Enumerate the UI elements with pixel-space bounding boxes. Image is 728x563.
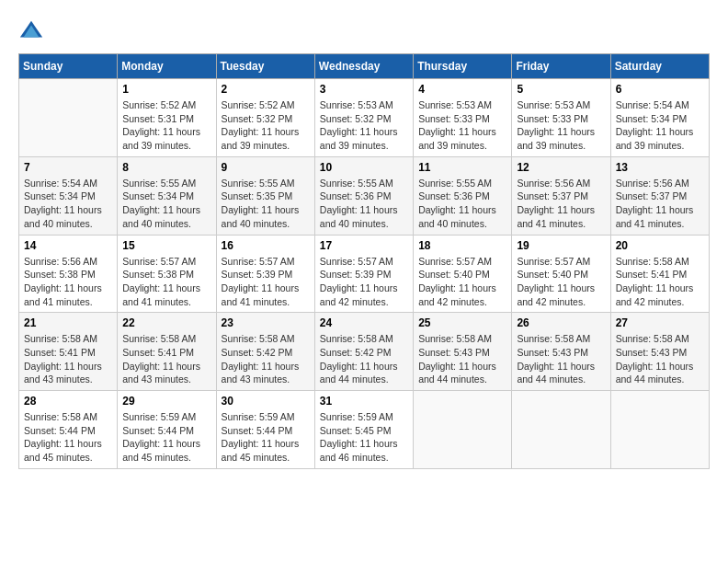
weekday-header-friday: Friday — [512, 54, 610, 79]
day-number: 26 — [517, 316, 605, 329]
day-info: Sunrise: 5:52 AM Sunset: 5:31 PM Dayligh… — [122, 98, 210, 153]
day-info: Sunrise: 5:58 AM Sunset: 5:41 PM Dayligh… — [122, 332, 210, 386]
weekday-header-tuesday: Tuesday — [216, 54, 314, 79]
calendar-cell: 1Sunrise: 5:52 AM Sunset: 5:31 PM Daylig… — [118, 79, 216, 157]
calendar-cell: 11Sunrise: 5:55 AM Sunset: 5:36 PM Dayli… — [414, 156, 512, 235]
calendar-cell: 30Sunrise: 5:59 AM Sunset: 5:44 PM Dayli… — [216, 391, 314, 469]
day-number: 3 — [320, 83, 408, 96]
day-number: 31 — [320, 395, 408, 408]
day-number: 16 — [222, 239, 310, 252]
day-info: Sunrise: 5:57 AM Sunset: 5:40 PM Dayligh… — [418, 255, 506, 309]
calendar-cell: 23Sunrise: 5:58 AM Sunset: 5:42 PM Dayli… — [216, 313, 314, 391]
day-info: Sunrise: 5:58 AM Sunset: 5:41 PM Dayligh… — [24, 332, 112, 386]
calendar-cell: 14Sunrise: 5:56 AM Sunset: 5:38 PM Dayli… — [19, 235, 118, 313]
day-number: 29 — [122, 395, 210, 408]
calendar-cell: 20Sunrise: 5:58 AM Sunset: 5:41 PM Dayli… — [610, 235, 709, 313]
calendar-cell: 25Sunrise: 5:58 AM Sunset: 5:43 PM Dayli… — [414, 313, 512, 391]
day-info: Sunrise: 5:52 AM Sunset: 5:32 PM Dayligh… — [222, 98, 310, 153]
day-number: 20 — [616, 239, 704, 252]
calendar-cell: 29Sunrise: 5:59 AM Sunset: 5:44 PM Dayli… — [118, 391, 216, 469]
weekday-header-row: SundayMondayTuesdayWednesdayThursdayFrid… — [19, 54, 710, 79]
day-info: Sunrise: 5:55 AM Sunset: 5:34 PM Dayligh… — [122, 177, 210, 231]
day-number: 6 — [616, 83, 704, 96]
week-row-3: 14Sunrise: 5:56 AM Sunset: 5:38 PM Dayli… — [19, 235, 710, 313]
week-row-4: 21Sunrise: 5:58 AM Sunset: 5:41 PM Dayli… — [19, 313, 710, 391]
week-row-2: 7Sunrise: 5:54 AM Sunset: 5:34 PM Daylig… — [19, 156, 710, 235]
day-number: 23 — [222, 316, 310, 329]
day-info: Sunrise: 5:58 AM Sunset: 5:43 PM Dayligh… — [517, 332, 605, 386]
day-number: 25 — [418, 316, 506, 329]
calendar-cell: 13Sunrise: 5:56 AM Sunset: 5:37 PM Dayli… — [610, 156, 709, 235]
day-info: Sunrise: 5:58 AM Sunset: 5:43 PM Dayligh… — [418, 332, 506, 386]
day-number: 14 — [24, 239, 112, 252]
day-number: 27 — [616, 316, 704, 329]
day-info: Sunrise: 5:53 AM Sunset: 5:32 PM Dayligh… — [320, 98, 408, 153]
weekday-header-sunday: Sunday — [19, 54, 118, 79]
calendar-cell: 28Sunrise: 5:58 AM Sunset: 5:44 PM Dayli… — [19, 391, 118, 469]
weekday-header-wednesday: Wednesday — [314, 54, 413, 79]
day-info: Sunrise: 5:53 AM Sunset: 5:33 PM Dayligh… — [418, 98, 506, 153]
day-number: 17 — [320, 239, 408, 252]
day-number: 2 — [222, 83, 310, 96]
calendar-cell: 18Sunrise: 5:57 AM Sunset: 5:40 PM Dayli… — [414, 235, 512, 313]
day-number: 22 — [122, 316, 210, 329]
logo — [18, 18, 48, 44]
week-row-1: 1Sunrise: 5:52 AM Sunset: 5:31 PM Daylig… — [19, 79, 710, 157]
day-info: Sunrise: 5:55 AM Sunset: 5:36 PM Dayligh… — [418, 177, 506, 231]
day-info: Sunrise: 5:53 AM Sunset: 5:33 PM Dayligh… — [517, 98, 605, 153]
calendar-cell: 2Sunrise: 5:52 AM Sunset: 5:32 PM Daylig… — [216, 79, 314, 157]
calendar-cell: 17Sunrise: 5:57 AM Sunset: 5:39 PM Dayli… — [314, 235, 413, 313]
day-number: 11 — [418, 161, 506, 174]
calendar-cell: 16Sunrise: 5:57 AM Sunset: 5:39 PM Dayli… — [216, 235, 314, 313]
day-info: Sunrise: 5:56 AM Sunset: 5:37 PM Dayligh… — [517, 177, 605, 231]
week-row-5: 28Sunrise: 5:58 AM Sunset: 5:44 PM Dayli… — [19, 391, 710, 469]
day-number: 8 — [122, 161, 210, 174]
day-info: Sunrise: 5:58 AM Sunset: 5:42 PM Dayligh… — [222, 332, 310, 386]
calendar-cell: 24Sunrise: 5:58 AM Sunset: 5:42 PM Dayli… — [314, 313, 413, 391]
calendar-cell — [610, 391, 709, 469]
day-info: Sunrise: 5:59 AM Sunset: 5:45 PM Dayligh… — [320, 410, 408, 465]
calendar-cell: 9Sunrise: 5:55 AM Sunset: 5:35 PM Daylig… — [216, 156, 314, 235]
page-header — [18, 18, 710, 44]
day-info: Sunrise: 5:58 AM Sunset: 5:44 PM Dayligh… — [24, 410, 112, 465]
day-info: Sunrise: 5:57 AM Sunset: 5:40 PM Dayligh… — [517, 255, 605, 309]
day-number: 10 — [320, 161, 408, 174]
weekday-header-monday: Monday — [118, 54, 216, 79]
calendar-cell: 5Sunrise: 5:53 AM Sunset: 5:33 PM Daylig… — [512, 79, 610, 157]
day-number: 4 — [418, 83, 506, 96]
calendar-cell — [414, 391, 512, 469]
day-number: 30 — [222, 395, 310, 408]
day-number: 18 — [418, 239, 506, 252]
calendar-cell — [512, 391, 610, 469]
calendar-cell: 3Sunrise: 5:53 AM Sunset: 5:32 PM Daylig… — [314, 79, 413, 157]
day-number: 28 — [24, 395, 112, 408]
day-number: 9 — [222, 161, 310, 174]
day-info: Sunrise: 5:57 AM Sunset: 5:39 PM Dayligh… — [222, 255, 310, 309]
day-number: 1 — [122, 83, 210, 96]
day-info: Sunrise: 5:57 AM Sunset: 5:39 PM Dayligh… — [320, 255, 408, 309]
day-info: Sunrise: 5:58 AM Sunset: 5:43 PM Dayligh… — [616, 332, 704, 386]
day-info: Sunrise: 5:59 AM Sunset: 5:44 PM Dayligh… — [222, 410, 310, 465]
calendar-cell: 27Sunrise: 5:58 AM Sunset: 5:43 PM Dayli… — [610, 313, 709, 391]
calendar-cell: 21Sunrise: 5:58 AM Sunset: 5:41 PM Dayli… — [19, 313, 118, 391]
day-info: Sunrise: 5:55 AM Sunset: 5:35 PM Dayligh… — [222, 177, 310, 231]
calendar-cell: 8Sunrise: 5:55 AM Sunset: 5:34 PM Daylig… — [118, 156, 216, 235]
calendar-cell: 15Sunrise: 5:57 AM Sunset: 5:38 PM Dayli… — [118, 235, 216, 313]
calendar-cell: 31Sunrise: 5:59 AM Sunset: 5:45 PM Dayli… — [314, 391, 413, 469]
calendar-cell: 22Sunrise: 5:58 AM Sunset: 5:41 PM Dayli… — [118, 313, 216, 391]
day-number: 12 — [517, 161, 605, 174]
day-info: Sunrise: 5:58 AM Sunset: 5:42 PM Dayligh… — [320, 332, 408, 386]
calendar-cell: 7Sunrise: 5:54 AM Sunset: 5:34 PM Daylig… — [19, 156, 118, 235]
logo-icon — [18, 18, 44, 44]
calendar-cell: 6Sunrise: 5:54 AM Sunset: 5:34 PM Daylig… — [610, 79, 709, 157]
day-number: 5 — [517, 83, 605, 96]
day-number: 7 — [24, 161, 112, 174]
calendar-table: SundayMondayTuesdayWednesdayThursdayFrid… — [18, 53, 710, 469]
day-info: Sunrise: 5:56 AM Sunset: 5:37 PM Dayligh… — [616, 177, 704, 231]
calendar-cell: 4Sunrise: 5:53 AM Sunset: 5:33 PM Daylig… — [414, 79, 512, 157]
weekday-header-saturday: Saturday — [610, 54, 709, 79]
calendar-cell: 10Sunrise: 5:55 AM Sunset: 5:36 PM Dayli… — [314, 156, 413, 235]
day-info: Sunrise: 5:54 AM Sunset: 5:34 PM Dayligh… — [24, 177, 112, 231]
day-number: 24 — [320, 316, 408, 329]
day-number: 13 — [616, 161, 704, 174]
